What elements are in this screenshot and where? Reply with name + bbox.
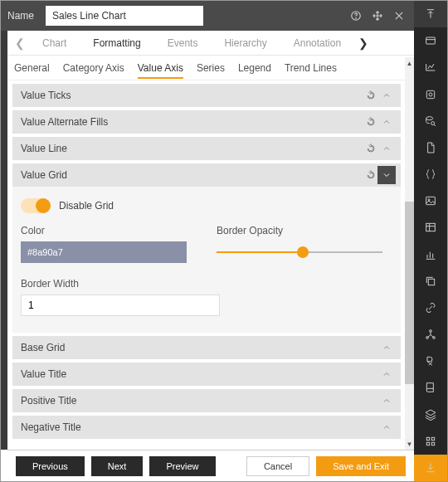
cancel-button[interactable]: Cancel: [246, 456, 309, 476]
accordion-negative-title[interactable]: Negative Title: [12, 416, 401, 439]
svg-point-6: [431, 121, 435, 124]
accordion-value-title[interactable]: Value Title: [12, 363, 401, 386]
accordion-value-alternate-fills[interactable]: Value Alternate Fills: [12, 110, 401, 134]
chevron-up-icon[interactable]: [377, 113, 396, 131]
right-toolbar: [414, 1, 447, 481]
content-area: Value Ticks Value Alternate Fills Value …: [7, 80, 414, 450]
chevron-up-icon[interactable]: [377, 392, 396, 410]
svg-point-11: [430, 330, 432, 333]
tab-scroll-right[interactable]: ❯: [354, 37, 373, 50]
svg-rect-7: [426, 197, 436, 205]
name-input[interactable]: [46, 6, 203, 26]
file-icon[interactable]: [414, 134, 447, 161]
download-icon[interactable]: [414, 455, 447, 481]
preview-button[interactable]: Preview: [149, 456, 215, 476]
chevron-up-icon[interactable]: [377, 86, 396, 105]
accordion-value-grid[interactable]: Value Grid: [12, 163, 401, 187]
help-icon[interactable]: [348, 7, 364, 24]
tab-hierarchy[interactable]: Hierarchy: [211, 31, 280, 56]
title-bar: Name: [1, 1, 414, 31]
bar-chart-icon[interactable]: [414, 241, 447, 268]
color-picker[interactable]: #8a90a7: [21, 241, 187, 263]
braces-icon[interactable]: [414, 161, 447, 187]
subtab-series[interactable]: Series: [197, 57, 225, 79]
accordion-base-grid[interactable]: Base Grid: [12, 336, 401, 359]
svg-rect-9: [426, 224, 436, 231]
svg-point-1: [356, 18, 357, 19]
accordion-value-ticks[interactable]: Value Ticks: [12, 84, 401, 107]
svg-point-5: [426, 116, 433, 119]
tab-chart[interactable]: Chart: [29, 31, 80, 56]
network-icon[interactable]: [414, 321, 447, 348]
primary-tabs: ❮ Chart Formatting Events Hierarchy Anno…: [7, 31, 414, 56]
border-width-label: Border Width: [21, 278, 392, 290]
svg-rect-15: [431, 437, 434, 440]
name-label: Name: [7, 10, 34, 22]
reset-icon[interactable]: [364, 89, 377, 102]
tab-scroll-left[interactable]: ❮: [11, 37, 29, 50]
opacity-slider[interactable]: [217, 241, 382, 263]
value-grid-panel: Disable Grid Color #8a90a7 Border Opacit…: [12, 187, 401, 333]
secondary-tabs: General Category Axis Value Axis Series …: [7, 56, 414, 80]
layers-icon[interactable]: [414, 402, 447, 428]
book-icon[interactable]: [414, 374, 447, 401]
tab-annotation[interactable]: Annotation: [280, 31, 354, 56]
collapse-icon[interactable]: [414, 1, 447, 27]
tab-events[interactable]: Events: [154, 31, 212, 56]
opacity-label: Border Opacity: [217, 225, 382, 236]
subtab-trend-lines[interactable]: Trend Lines: [285, 57, 337, 79]
card-icon[interactable]: [414, 27, 447, 54]
svg-rect-14: [426, 437, 429, 440]
tab-formatting[interactable]: Formatting: [80, 31, 153, 56]
chart-icon[interactable]: [414, 54, 447, 80]
image-icon[interactable]: [414, 187, 447, 214]
chevron-up-icon[interactable]: [377, 418, 396, 436]
left-gutter: [1, 31, 7, 450]
border-width-input[interactable]: [21, 295, 220, 316]
footer-bar: Previous Next Preview Cancel Save and Ex…: [7, 450, 414, 481]
svg-rect-16: [426, 442, 429, 445]
chevron-up-icon[interactable]: [377, 365, 396, 383]
disable-grid-label: Disable Grid: [59, 200, 114, 212]
svg-rect-2: [426, 37, 436, 44]
disable-grid-toggle[interactable]: [21, 198, 51, 213]
chevron-down-icon[interactable]: [377, 166, 396, 184]
main-panel: ❮ Chart Formatting Events Hierarchy Anno…: [7, 31, 414, 450]
chevron-up-icon[interactable]: [377, 338, 396, 357]
reset-icon[interactable]: [364, 168, 377, 182]
next-button[interactable]: Next: [91, 456, 144, 476]
table-icon[interactable]: [414, 214, 447, 241]
reset-icon[interactable]: [364, 142, 377, 155]
save-and-exit-button[interactable]: Save and Exit: [316, 456, 406, 476]
accordion-positive-title[interactable]: Positive Title: [12, 389, 401, 412]
reset-icon[interactable]: [364, 115, 377, 129]
svg-rect-3: [426, 90, 434, 98]
previous-button[interactable]: Previous: [16, 456, 85, 476]
rx-icon[interactable]: [414, 348, 447, 374]
svg-point-4: [429, 93, 432, 96]
link-icon[interactable]: [414, 295, 447, 321]
subtab-legend[interactable]: Legend: [238, 57, 271, 79]
color-label: Color: [21, 225, 187, 236]
subtab-category-axis[interactable]: Category Axis: [63, 57, 124, 79]
close-icon[interactable]: [391, 7, 407, 24]
subtab-value-axis[interactable]: Value Axis: [138, 57, 183, 79]
svg-rect-17: [431, 442, 434, 445]
vertical-scrollbar[interactable]: ▲ ▼: [405, 57, 414, 450]
widget-icon[interactable]: [414, 81, 447, 108]
accordion-value-line[interactable]: Value Line: [12, 137, 401, 160]
subtab-general[interactable]: General: [14, 57, 50, 79]
search-db-icon[interactable]: [414, 108, 447, 134]
grid-menu-icon[interactable]: [414, 428, 447, 455]
chevron-up-icon[interactable]: [377, 139, 396, 158]
scroll-up-icon[interactable]: ▲: [405, 57, 414, 69]
svg-rect-10: [428, 279, 434, 285]
copy-icon[interactable]: [414, 268, 447, 295]
move-icon[interactable]: [369, 7, 386, 24]
scroll-down-icon[interactable]: ▼: [405, 438, 414, 450]
